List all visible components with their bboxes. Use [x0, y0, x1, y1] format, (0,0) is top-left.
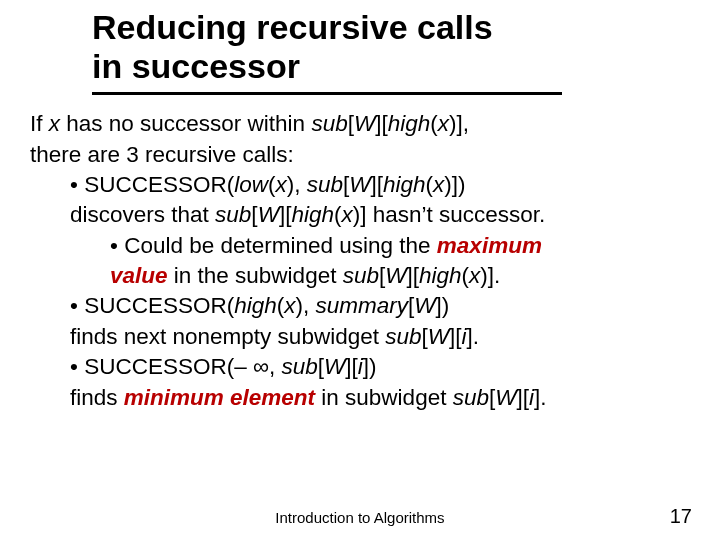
line-2: there are 3 recursive calls:: [30, 140, 690, 170]
slide-title: Reducing recursive calls in successor: [92, 8, 690, 86]
line-7: • SUCCESSOR(high(x), summary[W]): [30, 291, 690, 321]
line-5: • Could be determined using the maximum: [30, 231, 690, 261]
emphasis-minimum-element: minimum element: [124, 385, 315, 410]
line-4: discovers that sub[W][high(x)] hasn’t su…: [30, 200, 690, 230]
title-line-2: in successor: [92, 47, 300, 85]
emphasis-maximum: maximum: [437, 233, 542, 258]
line-1: If x has no successor within sub[W][high…: [30, 109, 690, 139]
line-9: • SUCCESSOR(– ∞, sub[W][i]): [30, 352, 690, 382]
footer-text: Introduction to Algorithms: [0, 509, 720, 526]
page-number: 17: [670, 505, 692, 528]
line-3: • SUCCESSOR(low(x), sub[W][high(x)]): [30, 170, 690, 200]
slide-body: If x has no successor within sub[W][high…: [30, 109, 690, 413]
line-8: finds next nonempty subwidget sub[W][i].: [30, 322, 690, 352]
slide: Reducing recursive calls in successor If…: [0, 0, 720, 540]
title-line-1: Reducing recursive calls: [92, 8, 493, 46]
emphasis-value: value: [110, 263, 168, 288]
title-underline: [92, 92, 562, 95]
line-10: finds minimum element in subwidget sub[W…: [30, 383, 690, 413]
line-6: value in the subwidget sub[W][high(x)].: [30, 261, 690, 291]
